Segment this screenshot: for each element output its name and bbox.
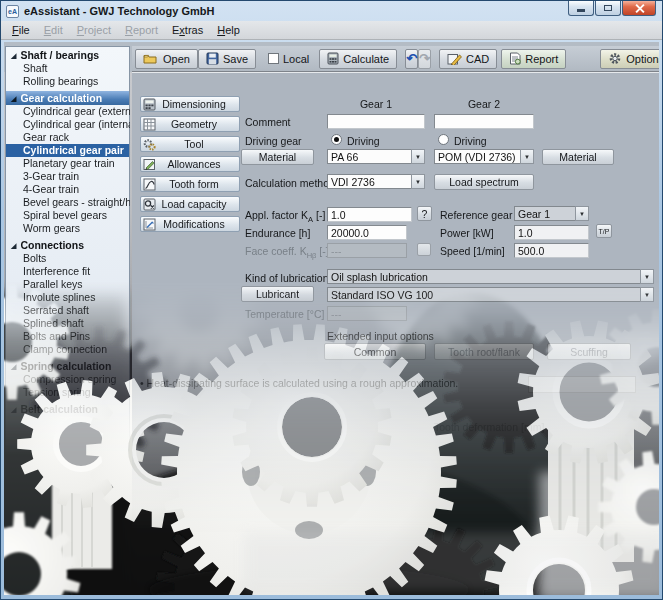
- sidebar-header-label: Connections: [20, 239, 84, 251]
- sidebar-item-cylindrical-gear-internal[interactable]: Cylindrical gear (internal): [6, 118, 129, 131]
- options-button[interactable]: Options: [600, 49, 659, 69]
- sidebar-item-serrated-shaft[interactable]: Serrated shaft: [6, 304, 129, 317]
- sidebar-item-planetary-gear-train[interactable]: Planetary gear train: [6, 157, 129, 170]
- lubricant-button[interactable]: Lubricant: [241, 286, 314, 302]
- sidebar-item-cylindrical-gear-external[interactable]: Cylindrical gear (external): [6, 105, 129, 118]
- nav-tooth-form-button[interactable]: Tooth form: [140, 176, 240, 192]
- comment-gear2-input[interactable]: [434, 114, 534, 129]
- sidebar-item-involute-splines[interactable]: Involute splines: [6, 291, 129, 304]
- sidebar-header-shaft-bearings[interactable]: ◢Shaft / bearings: [6, 48, 129, 62]
- sidebar-item-bolts-and-pins[interactable]: Bolts and Pins: [6, 330, 129, 343]
- chevron-down-icon[interactable]: ▼: [640, 269, 654, 284]
- nav-allowances-button[interactable]: Allowances: [140, 156, 240, 172]
- power-input[interactable]: 1.0: [514, 225, 589, 240]
- driving-gear-label: Driving gear: [245, 135, 302, 147]
- material-gear1-button[interactable]: Material: [241, 149, 314, 165]
- minimize-button[interactable]: [568, 1, 594, 16]
- sidebar-item-bolts[interactable]: Bolts: [6, 252, 129, 265]
- sidebar-header-gear-calculation[interactable]: ◢Gear calculation: [6, 91, 129, 105]
- sidebar-item-bevel-gears-straight-helical[interactable]: Bevel gears - straight/helical: [6, 196, 129, 209]
- calculate-button[interactable]: Calculate: [319, 49, 397, 69]
- driving-gear2-radio[interactable]: [438, 134, 449, 145]
- material-gear1-select[interactable]: PA 66▼: [327, 149, 425, 164]
- maximize-button[interactable]: [595, 1, 621, 16]
- nav-button-label: Allowances: [159, 158, 229, 170]
- application-factor-input[interactable]: 1.0: [327, 207, 412, 222]
- dimensioning-icon: [143, 98, 157, 111]
- chevron-down-icon[interactable]: ▼: [411, 174, 425, 189]
- sidebar-item-rolling-bearings[interactable]: Rolling bearings: [6, 75, 129, 88]
- endurance-input[interactable]: 20000.0: [327, 225, 407, 240]
- sidebar-item-gear-rack[interactable]: Gear rack: [6, 131, 129, 144]
- material-gear2-button[interactable]: Material: [542, 149, 614, 165]
- title-bar[interactable]: eA eAssistant - GWJ Technology GmbH: [1, 1, 662, 21]
- calculation-method-select[interactable]: VDI 2736▼: [327, 174, 425, 189]
- nav-modifications-button[interactable]: Modifications: [140, 216, 240, 232]
- sidebar-item-shaft[interactable]: Shaft: [6, 62, 129, 75]
- load-spectrum-button[interactable]: Load spectrum: [434, 174, 534, 190]
- menu-item-project: Project: [70, 22, 118, 38]
- close-button[interactable]: [622, 1, 656, 16]
- sidebar-item-worm-gears[interactable]: Worm gears: [6, 222, 129, 235]
- reference-gear-select[interactable]: Gear 1▼: [514, 206, 589, 221]
- nav-load-capacity-button[interactable]: Load capacity: [140, 196, 240, 212]
- cad-button[interactable]: CAD: [439, 49, 497, 69]
- sidebar-header-connections[interactable]: ◢Connections: [6, 238, 129, 252]
- driving-gear1-radio[interactable]: [331, 134, 342, 145]
- cad-pencil-icon: [447, 52, 462, 65]
- chevron-down-icon[interactable]: ▼: [575, 206, 589, 221]
- material-gear2-select[interactable]: POM (VDI 2736)▼: [434, 149, 534, 164]
- sidebar-item-tension-spring[interactable]: Tension spring: [6, 386, 129, 399]
- sidebar-item-compression-spring[interactable]: Compression spring: [6, 373, 129, 386]
- sidebar-item-spiral-bevel-gears[interactable]: Spiral bevel gears: [6, 209, 129, 222]
- local-checkbox[interactable]: Local: [268, 53, 309, 65]
- toolbar-button-label: Options: [626, 53, 659, 65]
- lubrication-kind-select[interactable]: Oil splash lubrication▼: [327, 269, 654, 284]
- torque-power-toggle-button[interactable]: T/P: [596, 224, 612, 238]
- sidebar-item-3-gear-train[interactable]: 3-Gear train: [6, 170, 129, 183]
- sidebar-item-clamp-connection[interactable]: Clamp connection: [6, 343, 129, 356]
- report-doc-icon: [509, 52, 521, 65]
- save-button[interactable]: Save: [198, 49, 256, 69]
- menu-item-file[interactable]: File: [5, 22, 37, 38]
- sidebar-item-splined-shaft[interactable]: Splined shaft: [6, 317, 129, 330]
- power-label: Power [kW]: [440, 227, 494, 239]
- sidebar-item-parallel-keys[interactable]: Parallel keys: [6, 278, 129, 291]
- comment-gear1-input[interactable]: [327, 114, 425, 129]
- speed-input[interactable]: 500.0: [514, 243, 589, 258]
- toolbar-button-label: Report: [525, 53, 558, 65]
- nav-button-label: Tooth form: [159, 178, 229, 190]
- checkbox-box[interactable]: [268, 53, 279, 64]
- sidebar-header-spring-calculation[interactable]: ◢Spring calculation: [6, 359, 129, 373]
- menu-item-extras[interactable]: Extras: [165, 22, 210, 38]
- report-button[interactable]: Report: [501, 49, 566, 69]
- tooth-form-icon: [143, 178, 157, 191]
- window-title: eAssistant - GWJ Technology GmbH: [24, 5, 215, 17]
- driving-gear2-radio-label: Driving: [454, 135, 487, 147]
- sidebar-header-label: Gear calculation: [20, 92, 102, 104]
- close-icon: [635, 4, 644, 13]
- chevron-down-icon[interactable]: ▼: [411, 149, 425, 164]
- content-area: ◢Shaft / bearingsShaftRolling bearings◢G…: [4, 42, 659, 595]
- nav-dimensioning-button[interactable]: Dimensioning: [140, 96, 240, 112]
- menu-item-help[interactable]: Help: [210, 22, 247, 38]
- chevron-down-icon[interactable]: ▼: [520, 149, 534, 164]
- options-gear-icon: [608, 52, 622, 65]
- open-button[interactable]: Open: [135, 49, 198, 69]
- nav-geometry-button[interactable]: Geometry: [140, 116, 240, 132]
- undo-icon: ↶: [406, 52, 417, 65]
- gear2-header: Gear 2: [434, 98, 534, 110]
- app-window: eA eAssistant - GWJ Technology GmbH File…: [0, 0, 663, 600]
- sidebar-item-cylindrical-gear-pair[interactable]: Cylindrical gear pair: [6, 144, 129, 157]
- sidebar-item-interference-fit[interactable]: Interference fit: [6, 265, 129, 278]
- sidebar-header-belt-calculation[interactable]: ◢Belt calculation: [6, 402, 129, 416]
- extended-common-button[interactable]: Common: [324, 343, 426, 360]
- sidebar-item-4-gear-train[interactable]: 4-Gear train: [6, 183, 129, 196]
- undo-button[interactable]: ↶: [405, 49, 418, 69]
- application-factor-help-button[interactable]: ?: [417, 206, 432, 221]
- chevron-down-icon[interactable]: ▼: [640, 287, 654, 302]
- lubricant-select[interactable]: Standard ISO VG 100▼: [327, 287, 654, 302]
- calculation-method-value: VDI 2736: [327, 174, 412, 189]
- app-icon: eA: [6, 5, 19, 18]
- nav-tool-button[interactable]: Tool: [140, 136, 240, 152]
